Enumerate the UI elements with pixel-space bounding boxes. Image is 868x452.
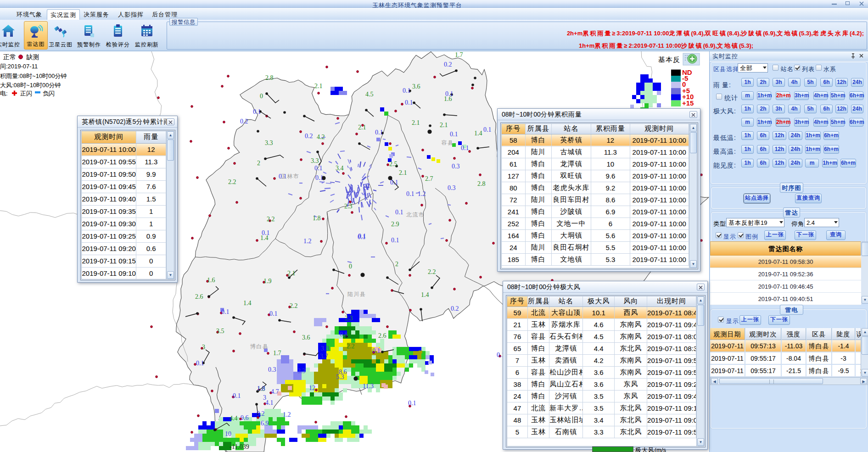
svg-text:2: 2 bbox=[395, 261, 398, 268]
svg-text:3.3: 3.3 bbox=[321, 345, 329, 352]
svg-text:1.2: 1.2 bbox=[418, 190, 426, 197]
svg-text:3.7: 3.7 bbox=[320, 353, 328, 360]
svg-text:1.8: 1.8 bbox=[313, 215, 321, 222]
svg-text:3.3: 3.3 bbox=[265, 140, 273, 146]
svg-text:2.7: 2.7 bbox=[550, 280, 559, 287]
svg-text:2.1: 2.1 bbox=[314, 83, 323, 89]
svg-text:0.2: 0.2 bbox=[240, 118, 248, 125]
svg-text:2.6: 2.6 bbox=[378, 332, 386, 339]
svg-text:3.6: 3.6 bbox=[302, 334, 310, 341]
svg-text:9.2: 9.2 bbox=[257, 410, 265, 417]
svg-text:0.1: 0.1 bbox=[262, 229, 270, 236]
svg-text:3.5: 3.5 bbox=[216, 328, 224, 335]
svg-text:3.5: 3.5 bbox=[576, 349, 584, 356]
svg-text:0.3: 0.3 bbox=[448, 184, 456, 191]
svg-text:0.1: 0.1 bbox=[390, 179, 398, 186]
svg-text:大风:08时~10时00分钟: 大风:08时~10时00分钟 bbox=[0, 82, 61, 89]
svg-text:1.4: 1.4 bbox=[421, 291, 429, 298]
svg-text:北流市: 北流市 bbox=[406, 212, 425, 218]
svg-text:玉林市: 玉林市 bbox=[281, 173, 300, 179]
svg-text:10: 10 bbox=[225, 430, 231, 437]
svg-text:0.1: 0.1 bbox=[408, 400, 416, 407]
svg-text:1.9: 1.9 bbox=[263, 278, 272, 285]
svg-text:0.3: 0.3 bbox=[601, 248, 610, 255]
svg-text:0.3: 0.3 bbox=[452, 163, 460, 170]
svg-text:0.1: 0.1 bbox=[196, 360, 204, 367]
svg-text:积雨量:08时~10时00分钟: 积雨量:08时~10时00分钟 bbox=[0, 73, 67, 79]
svg-text:0.3: 0.3 bbox=[268, 366, 276, 373]
svg-text:3.3: 3.3 bbox=[297, 368, 306, 374]
svg-text:0.1: 0.1 bbox=[516, 314, 524, 321]
svg-text:6.9: 6.9 bbox=[261, 420, 269, 427]
svg-text:0.1: 0.1 bbox=[375, 129, 383, 136]
svg-text:0: 0 bbox=[260, 93, 263, 100]
svg-text:0.1: 0.1 bbox=[358, 234, 366, 240]
svg-text:-11.039: -11.039 bbox=[230, 443, 249, 450]
svg-text:1.8: 1.8 bbox=[257, 385, 265, 392]
svg-text:正闪: 正闪 bbox=[20, 90, 32, 97]
svg-text:博白县: 博白县 bbox=[250, 343, 269, 350]
svg-text:11.3: 11.3 bbox=[363, 383, 374, 390]
svg-text:4.4: 4.4 bbox=[230, 415, 238, 422]
svg-text:1.2: 1.2 bbox=[532, 312, 541, 318]
svg-text:1.4: 1.4 bbox=[243, 300, 252, 307]
svg-text:间:2019-07-11: 间:2019-07-11 bbox=[0, 63, 38, 70]
svg-text:2.1: 2.1 bbox=[440, 122, 448, 128]
svg-text:0.2: 0.2 bbox=[513, 331, 521, 338]
svg-text:4.7: 4.7 bbox=[271, 388, 279, 395]
svg-text:1.6: 1.6 bbox=[207, 277, 215, 284]
svg-text:2.9: 2.9 bbox=[391, 221, 399, 228]
svg-text:0.1: 0.1 bbox=[497, 352, 505, 358]
svg-text:4.2: 4.2 bbox=[317, 134, 325, 140]
svg-text:2.2: 2.2 bbox=[290, 302, 298, 309]
svg-text:1.2: 1.2 bbox=[283, 411, 291, 418]
svg-text:1.2: 1.2 bbox=[303, 238, 312, 245]
svg-text:3.4: 3.4 bbox=[336, 165, 344, 172]
svg-text:0.2: 0.2 bbox=[444, 61, 452, 68]
svg-text:2.2: 2.2 bbox=[228, 179, 236, 185]
svg-text:0.1: 0.1 bbox=[269, 310, 278, 317]
svg-text:2: 2 bbox=[257, 160, 260, 167]
svg-text:0.1: 0.1 bbox=[314, 165, 323, 172]
svg-text:+15: +15 bbox=[682, 99, 694, 107]
svg-text:2.8: 2.8 bbox=[265, 74, 274, 81]
svg-text:0.1: 0.1 bbox=[403, 87, 411, 94]
svg-text:0: 0 bbox=[349, 263, 352, 270]
svg-text:4.5: 4.5 bbox=[365, 91, 374, 98]
svg-text:0.1: 0.1 bbox=[391, 237, 399, 244]
svg-text:0.1: 0.1 bbox=[598, 180, 606, 187]
svg-text:2.3: 2.3 bbox=[344, 203, 353, 210]
svg-text:0.2: 0.2 bbox=[451, 305, 459, 312]
svg-text:0.1: 0.1 bbox=[445, 90, 454, 97]
svg-text:0.1: 0.1 bbox=[395, 209, 403, 216]
svg-text:12: 12 bbox=[309, 385, 315, 391]
svg-text:负闪: 负闪 bbox=[43, 90, 55, 97]
svg-text:正常: 正常 bbox=[3, 53, 16, 61]
svg-text:2.8: 2.8 bbox=[477, 180, 486, 187]
svg-text:0.1: 0.1 bbox=[315, 174, 324, 181]
svg-text:1.7: 1.7 bbox=[273, 350, 281, 357]
svg-text:0.1: 0.1 bbox=[253, 108, 261, 115]
svg-text:2.2: 2.2 bbox=[267, 216, 275, 223]
svg-text:2.1: 2.1 bbox=[287, 270, 296, 277]
svg-text:0.1: 0.1 bbox=[627, 211, 635, 218]
svg-text:2.3: 2.3 bbox=[345, 315, 353, 322]
svg-text:基本反: 基本反 bbox=[658, 56, 680, 63]
svg-text:2.7: 2.7 bbox=[425, 175, 433, 182]
svg-text:2.5: 2.5 bbox=[389, 161, 398, 167]
svg-text:0.1: 0.1 bbox=[372, 347, 381, 354]
svg-text:1.7: 1.7 bbox=[455, 51, 463, 58]
svg-text:3: 3 bbox=[202, 344, 205, 351]
svg-text:0.2: 0.2 bbox=[305, 133, 313, 140]
svg-text:2.1: 2.1 bbox=[358, 124, 366, 131]
svg-text:2.2: 2.2 bbox=[347, 343, 355, 350]
svg-text:0.1: 0.1 bbox=[405, 99, 413, 106]
svg-text:0.1: 0.1 bbox=[461, 145, 469, 151]
svg-text:0.8: 0.8 bbox=[340, 331, 348, 338]
svg-text:0.1: 0.1 bbox=[233, 392, 241, 399]
svg-text:2.6: 2.6 bbox=[195, 293, 203, 300]
svg-text:2.1: 2.1 bbox=[412, 119, 420, 126]
svg-text:容县: 容县 bbox=[442, 140, 454, 146]
svg-text:缺测: 缺测 bbox=[26, 53, 39, 61]
svg-text:8.6: 8.6 bbox=[339, 368, 347, 375]
